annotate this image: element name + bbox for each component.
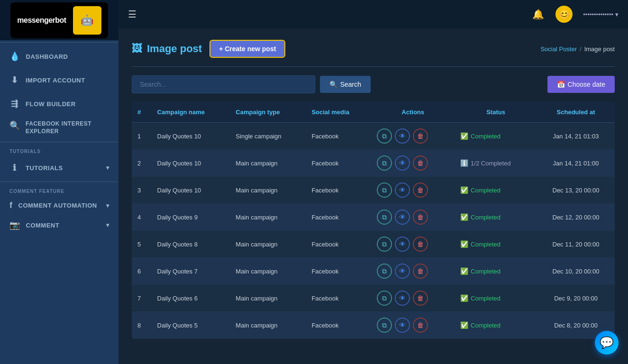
actions-cell: ⧉ 👁 🗑 — [377, 264, 449, 279]
sidebar-item-import-account[interactable]: ⬇ IMPORT ACCOUNT — [0, 68, 118, 92]
delete-button[interactable]: 🗑 — [413, 237, 428, 252]
breadcrumb: Social Poster / Image post — [540, 46, 615, 53]
cell-campaign-name: Daily Quotes 6 — [152, 285, 230, 312]
copy-button[interactable]: ⧉ — [377, 291, 392, 306]
table-row: 6 Daily Quotes 7 Main campaign Facebook … — [132, 258, 615, 285]
cell-num: 1 — [132, 123, 152, 150]
search-row: 🔍 Search 📅 Choose date — [132, 75, 615, 93]
sidebar-item-comment[interactable]: 📷 COMMENT ▾ — [0, 215, 118, 235]
copy-button[interactable]: ⧉ — [377, 155, 392, 171]
actions-cell: ⧉ 👁 🗑 — [377, 128, 449, 144]
table-row: 2 Daily Quotes 10 Main campaign Facebook… — [132, 150, 615, 177]
cell-actions: ⧉ 👁 🗑 — [371, 285, 455, 312]
sidebar-divider-2 — [0, 142, 118, 142]
campaigns-table: # Campaign name Campaign type Social med… — [132, 102, 615, 339]
page-title: 🖼 Image post — [132, 43, 202, 55]
copy-button[interactable]: ⧉ — [377, 128, 392, 144]
copy-button[interactable]: ⧉ — [377, 209, 392, 225]
delete-button[interactable]: 🗑 — [413, 155, 428, 171]
actions-cell: ⧉ 👁 🗑 — [377, 291, 449, 306]
copy-button[interactable]: ⧉ — [377, 264, 392, 279]
cell-social-media: Facebook — [306, 150, 371, 177]
header-divider — [132, 66, 615, 67]
cell-campaign-name: Daily Quotes 8 — [152, 231, 230, 258]
logo-text: messengerbot — [17, 16, 66, 25]
facebook-interest-label-block: FACEBOOK INTEREST EXPLORER — [26, 120, 109, 135]
col-header-social-media: Social media — [306, 102, 371, 123]
copy-button[interactable]: ⧉ — [377, 237, 392, 252]
search-input[interactable] — [132, 75, 315, 93]
comment-icon: 📷 — [9, 220, 20, 230]
status-partial-icon: ℹ️ — [460, 159, 468, 167]
cell-campaign-name: Daily Quotes 10 — [152, 177, 230, 204]
view-button[interactable]: 👁 — [395, 128, 410, 144]
sidebar-item-facebook-interest[interactable]: 🔍 FACEBOOK INTEREST EXPLORER — [0, 116, 118, 140]
delete-button[interactable]: 🗑 — [413, 318, 428, 333]
messenger-fab-icon: 💬 — [600, 336, 614, 349]
cell-actions: ⧉ 👁 🗑 — [371, 204, 455, 231]
view-button[interactable]: 👁 — [395, 155, 410, 171]
comment-automation-top-row: f COMMENT AUTOMATION ▾ — [9, 200, 109, 210]
actions-cell: ⧉ 👁 🗑 — [377, 209, 449, 225]
sidebar-item-label-facebook-interest: FACEBOOK INTEREST EXPLORER — [26, 120, 109, 135]
view-button[interactable]: 👁 — [395, 291, 410, 306]
sidebar-divider-1 — [0, 42, 118, 43]
cell-scheduled: Jan 14, 21 01:03 — [537, 123, 615, 150]
view-button[interactable]: 👁 — [395, 182, 410, 198]
cell-status: ✅Completed — [455, 177, 537, 204]
cell-campaign-type: Main campaign — [230, 312, 306, 339]
delete-button[interactable]: 🗑 — [413, 209, 428, 225]
view-button[interactable]: 👁 — [395, 318, 410, 333]
tutorials-icon: ℹ — [9, 163, 20, 173]
delete-button[interactable]: 🗑 — [413, 182, 428, 198]
status-badge: ℹ️1/2 Completed — [460, 159, 531, 167]
cell-scheduled: Dec 12, 20 00:00 — [537, 204, 615, 231]
cell-campaign-type: Main campaign — [230, 285, 306, 312]
sidebar-item-comment-automation[interactable]: f COMMENT AUTOMATION ▾ — [0, 196, 118, 215]
choose-date-button[interactable]: 📅 Choose date — [547, 76, 615, 93]
sidebar-section-comment: COMMENT FEATURE — [0, 184, 118, 196]
comment-automation-arrow-icon: ▾ — [106, 202, 109, 209]
cell-num: 5 — [132, 231, 152, 258]
page-header: 🖼 Image post + Create new post Social Po… — [132, 40, 615, 58]
status-badge: ✅Completed — [460, 294, 531, 302]
delete-button[interactable]: 🗑 — [413, 264, 428, 279]
cell-num: 6 — [132, 258, 152, 285]
dropdown-arrow-icon: ▾ — [615, 11, 619, 18]
create-new-post-button[interactable]: + Create new post — [209, 40, 285, 58]
col-header-num: # — [132, 102, 152, 123]
table-row: 8 Daily Quotes 5 Main campaign Facebook … — [132, 312, 615, 339]
sidebar-item-tutorials[interactable]: ℹ TUTORIALS ▾ — [0, 156, 118, 180]
view-button[interactable]: 👁 — [395, 209, 410, 225]
status-completed-icon: ✅ — [460, 321, 468, 329]
status-badge: ✅Completed — [460, 267, 531, 275]
copy-button[interactable]: ⧉ — [377, 318, 392, 333]
delete-button[interactable]: 🗑 — [413, 291, 428, 306]
cell-campaign-type: Single campaign — [230, 123, 306, 150]
tutorials-arrow-icon: ▾ — [106, 164, 109, 171]
topbar-username[interactable]: •••••••••••••• ▾ — [583, 11, 619, 18]
bell-icon[interactable]: 🔔 — [532, 9, 544, 20]
copy-button[interactable]: ⧉ — [377, 182, 392, 198]
view-button[interactable]: 👁 — [395, 264, 410, 279]
cell-social-media: Facebook — [306, 312, 371, 339]
image-post-icon: 🖼 — [132, 43, 142, 55]
search-button[interactable]: 🔍 Search — [320, 76, 371, 93]
cell-social-media: Facebook — [306, 177, 371, 204]
cell-num: 2 — [132, 150, 152, 177]
delete-button[interactable]: 🗑 — [413, 128, 428, 144]
cell-social-media: Facebook — [306, 285, 371, 312]
messenger-fab[interactable]: 💬 — [595, 331, 619, 355]
sidebar-item-flow-builder[interactable]: ⇶ FLOW BUILDER — [0, 92, 118, 116]
menu-icon[interactable]: ☰ — [128, 9, 137, 20]
sidebar-item-dashboard[interactable]: 💧 DASHBOARD — [0, 45, 118, 68]
cell-actions: ⧉ 👁 🗑 — [371, 258, 455, 285]
breadcrumb-current: Image post — [584, 46, 615, 53]
view-button[interactable]: 👁 — [395, 237, 410, 252]
cell-status: ✅Completed — [455, 258, 537, 285]
avatar[interactable]: 😊 — [555, 6, 573, 23]
sidebar-logo: messengerbot 🤖 — [0, 0, 118, 40]
status-badge: ✅Completed — [460, 321, 531, 329]
status-completed-icon: ✅ — [460, 267, 468, 275]
cell-actions: ⧉ 👁 🗑 — [371, 123, 455, 150]
